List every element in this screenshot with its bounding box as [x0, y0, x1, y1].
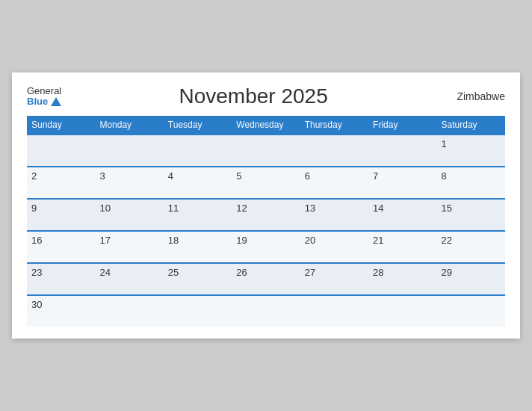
calendar-day-cell [232, 135, 300, 167]
calendar-day-cell: 7 [368, 167, 436, 199]
day-number: 19 [236, 235, 247, 246]
calendar-day-cell: 15 [437, 199, 505, 231]
calendar-week-row: 9101112131415 [27, 199, 505, 231]
calendar-day-cell: 13 [300, 199, 368, 231]
calendar-day-cell: 10 [95, 199, 163, 231]
month-title: November 2025 [61, 84, 445, 108]
calendar-day-cell [437, 295, 505, 327]
logo-triangle-icon [51, 97, 61, 106]
calendar-day-cell: 20 [300, 231, 368, 263]
calendar-day-cell [95, 295, 163, 327]
calendar-day-cell: 1 [437, 135, 505, 167]
day-number: 26 [236, 267, 247, 278]
calendar-day-cell: 18 [164, 231, 232, 263]
day-number: 9 [31, 203, 37, 214]
calendar-week-row: 16171819202122 [27, 231, 505, 263]
calendar-week-row: 30 [27, 295, 505, 327]
day-number: 1 [442, 138, 447, 149]
calendar-day-cell: 19 [232, 231, 300, 263]
calendar-day-cell: 8 [437, 167, 505, 199]
calendar-table: Sunday Monday Tuesday Wednesday Thursday… [27, 116, 505, 327]
day-number: 6 [305, 170, 310, 182]
weekday-header-row: Sunday Monday Tuesday Wednesday Thursday… [27, 116, 505, 135]
header-monday: Monday [95, 116, 163, 135]
logo-general-text: General [27, 86, 61, 96]
logo-blue-text: Blue [27, 96, 61, 107]
calendar-day-cell: 23 [27, 263, 95, 295]
day-number: 25 [168, 267, 179, 278]
country-label: Zimbabwe [445, 90, 505, 102]
calendar-day-cell: 17 [95, 231, 163, 263]
calendar-day-cell [300, 135, 368, 167]
day-number: 24 [99, 267, 110, 278]
day-number: 20 [305, 235, 315, 246]
day-number: 5 [236, 170, 241, 182]
calendar-week-row: 1 [27, 135, 505, 167]
day-number: 16 [31, 235, 42, 246]
day-number: 12 [236, 203, 247, 214]
day-number: 29 [442, 267, 452, 278]
calendar-day-cell: 5 [232, 167, 300, 199]
calendar-day-cell: 2 [27, 167, 95, 199]
header-thursday: Thursday [300, 116, 368, 135]
day-number: 27 [305, 267, 315, 278]
day-number: 2 [31, 170, 37, 182]
day-number: 22 [442, 235, 452, 246]
calendar-week-row: 23242526272829 [27, 263, 505, 295]
calendar-day-cell: 24 [95, 263, 163, 295]
calendar-header: General Blue November 2025 Zimbabwe [27, 84, 505, 108]
header-saturday: Saturday [437, 116, 505, 135]
calendar-day-cell [300, 295, 368, 327]
calendar-day-cell [95, 135, 163, 167]
day-number: 14 [373, 203, 383, 214]
calendar-day-cell [368, 135, 436, 167]
day-number: 28 [373, 267, 383, 278]
calendar-day-cell: 3 [95, 167, 163, 199]
calendar-day-cell [164, 135, 232, 167]
calendar-day-cell: 6 [300, 167, 368, 199]
day-number: 15 [442, 203, 452, 214]
logo: General Blue [27, 86, 61, 108]
day-number: 11 [168, 203, 179, 214]
calendar-day-cell: 4 [164, 167, 232, 199]
calendar-day-cell: 16 [27, 231, 95, 263]
calendar-day-cell: 25 [164, 263, 232, 295]
calendar-day-cell: 12 [232, 199, 300, 231]
day-number: 7 [373, 170, 378, 182]
calendar-day-cell [164, 295, 232, 327]
header-friday: Friday [368, 116, 436, 135]
header-sunday: Sunday [27, 116, 95, 135]
calendar-week-row: 2345678 [27, 167, 505, 199]
calendar-day-cell: 30 [27, 295, 95, 327]
calendar-day-cell: 14 [368, 199, 436, 231]
day-number: 17 [99, 235, 110, 246]
calendar-day-cell [368, 295, 436, 327]
day-number: 18 [168, 235, 179, 246]
day-number: 13 [305, 203, 315, 214]
calendar-day-cell: 21 [368, 231, 436, 263]
calendar-day-cell: 29 [437, 263, 505, 295]
header-wednesday: Wednesday [232, 116, 300, 135]
calendar-container: General Blue November 2025 Zimbabwe Sund… [12, 72, 520, 339]
day-number: 30 [31, 299, 42, 310]
calendar-day-cell: 28 [368, 263, 436, 295]
calendar-day-cell: 11 [164, 199, 232, 231]
calendar-day-cell: 9 [27, 199, 95, 231]
header-tuesday: Tuesday [164, 116, 232, 135]
day-number: 10 [99, 203, 110, 214]
calendar-day-cell: 27 [300, 263, 368, 295]
calendar-day-cell: 26 [232, 263, 300, 295]
calendar-day-cell [232, 295, 300, 327]
day-number: 23 [31, 267, 42, 278]
calendar-day-cell: 22 [437, 231, 505, 263]
day-number: 4 [168, 170, 173, 182]
calendar-day-cell [27, 135, 95, 167]
day-number: 8 [442, 170, 447, 182]
day-number: 3 [99, 170, 105, 182]
day-number: 21 [373, 235, 383, 246]
